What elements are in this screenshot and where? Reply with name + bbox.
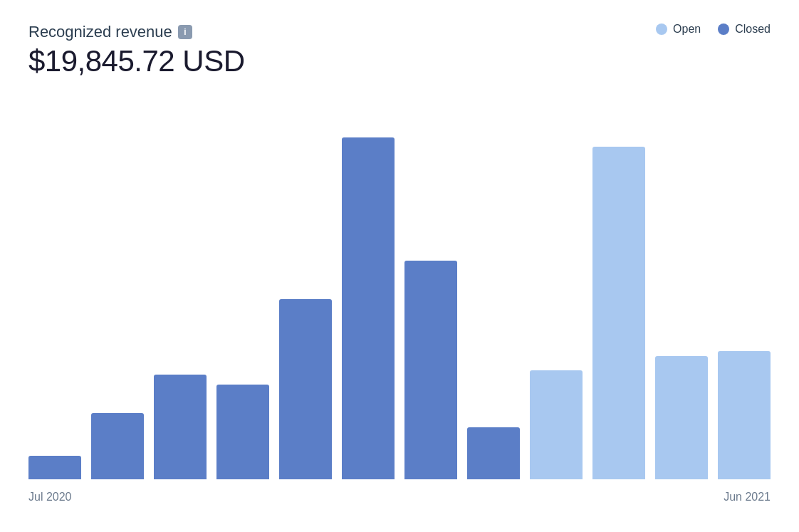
legend-label-closed: Closed	[735, 23, 771, 36]
dashboard-widget: Recognized revenue i $19,845.72 USD Open…	[0, 0, 799, 532]
legend-dot-closed	[718, 24, 729, 35]
chart-bar[interactable]	[216, 385, 269, 479]
chart-bar[interactable]	[530, 370, 583, 479]
x-label-end: Jun 2021	[724, 491, 771, 504]
legend-item-open: Open	[656, 23, 701, 36]
title-group: Recognized revenue i $19,845.72 USD	[28, 23, 245, 78]
title-line: Recognized revenue i	[28, 23, 245, 41]
info-icon[interactable]: i	[178, 25, 192, 39]
legend-dot-open	[656, 24, 667, 35]
header-row: Recognized revenue i $19,845.72 USD Open…	[28, 23, 771, 78]
legend-item-closed: Closed	[718, 23, 771, 36]
x-axis: Jul 2020 Jun 2021	[28, 485, 771, 504]
x-label-start: Jul 2020	[28, 491, 72, 504]
chart-bar[interactable]	[28, 456, 81, 479]
revenue-amount: $19,845.72 USD	[28, 44, 245, 78]
chart-legend: Open Closed	[656, 23, 771, 36]
chart-bar[interactable]	[154, 375, 207, 479]
chart-bar[interactable]	[279, 299, 332, 479]
legend-label-open: Open	[673, 23, 701, 36]
chart-bar[interactable]	[718, 351, 771, 479]
chart-area: Jul 2020 Jun 2021	[28, 95, 771, 504]
chart-bar[interactable]	[91, 413, 144, 479]
chart-bar[interactable]	[655, 356, 708, 479]
chart-bar[interactable]	[467, 427, 520, 479]
chart-bar[interactable]	[592, 147, 645, 479]
chart-bar[interactable]	[342, 137, 395, 479]
bars-container	[28, 95, 771, 485]
chart-bar[interactable]	[404, 261, 457, 479]
widget-title: Recognized revenue	[28, 23, 172, 41]
